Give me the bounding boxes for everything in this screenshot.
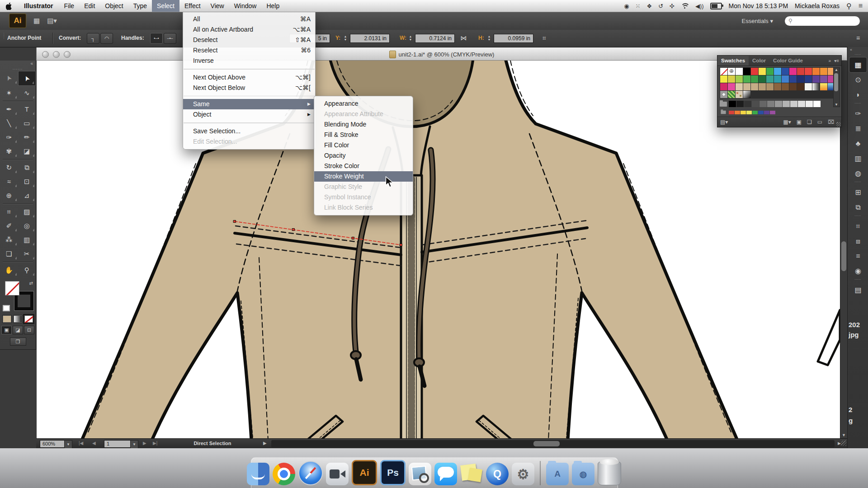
y-stepper[interactable]: ▲▼ xyxy=(343,34,348,42)
swatch[interactable] xyxy=(728,83,735,90)
hide-handles-button[interactable]: –•– xyxy=(164,33,176,44)
dock-downloads-folder[interactable]: ◍ xyxy=(572,463,594,485)
tab-swatches[interactable]: Swatches xyxy=(717,56,749,66)
tab-color[interactable]: Color xyxy=(749,56,769,66)
collapse-panel-icon[interactable]: » xyxy=(829,58,831,63)
selection-tool[interactable]: ➤ xyxy=(0,71,18,85)
rectangle-tool[interactable]: ▭ xyxy=(18,116,36,130)
direct-selection-tool[interactable]: ➤ xyxy=(18,71,36,86)
swatch[interactable] xyxy=(812,75,820,83)
swatch[interactable] xyxy=(797,75,804,83)
menu-item-stroke-color[interactable]: Stroke Color xyxy=(314,161,413,171)
dock-stickies[interactable] xyxy=(460,463,483,485)
swatch[interactable] xyxy=(766,75,774,83)
dock-preview[interactable] xyxy=(409,463,431,485)
swatch[interactable] xyxy=(759,83,766,90)
collapse-tools-icon[interactable]: « xyxy=(0,61,36,68)
battery-icon[interactable] xyxy=(710,3,722,9)
wifi-icon[interactable] xyxy=(681,3,689,9)
show-handles-button[interactable]: •–• xyxy=(150,33,163,44)
color-group-folder-icon[interactable] xyxy=(720,102,727,107)
artboard-dropdown-button[interactable]: ▼ xyxy=(130,440,138,449)
swatch[interactable] xyxy=(774,68,781,75)
menu-item-save-selection[interactable]: Save Selection... xyxy=(183,126,315,136)
gradient-tool[interactable]: ▨ xyxy=(18,205,36,219)
menubar-item-help[interactable]: Help xyxy=(261,0,284,12)
menubar-item-illustrator[interactable]: Illustrator xyxy=(18,0,59,12)
document-layout-icon[interactable]: ▤▾ xyxy=(47,17,57,25)
menu-item-blending-mode[interactable]: Blending Mode xyxy=(314,119,413,130)
menubar-user[interactable]: Mickaela Roxas xyxy=(795,2,840,9)
transform-panel-icon[interactable]: ⌗ xyxy=(849,219,867,234)
panel-resize-grip[interactable] xyxy=(836,122,841,127)
horizontal-scrollbar[interactable] xyxy=(271,440,835,447)
mesh-tool[interactable]: ⌗ xyxy=(0,205,18,219)
artboard-tool[interactable]: ❏ xyxy=(0,247,18,261)
swatch[interactable] xyxy=(736,75,743,83)
menu-item-same[interactable]: Same▶ xyxy=(183,99,315,109)
menu-item-fill-color[interactable]: Fill Color xyxy=(314,140,413,150)
screen-record-icon[interactable]: ◉ xyxy=(624,3,629,9)
swatch[interactable] xyxy=(720,83,727,90)
menubar-item-object[interactable]: Object xyxy=(100,0,128,12)
dock-quicktime[interactable]: Q xyxy=(486,463,509,485)
y-field[interactable]: 2.0131 in xyxy=(350,34,390,43)
menubar-item-view[interactable]: View xyxy=(206,0,229,12)
paintbrush-tool[interactable]: ✑ xyxy=(0,130,18,144)
time-machine-icon[interactable]: ↺ xyxy=(658,3,663,9)
color-panel-icon[interactable]: ⊙ xyxy=(849,72,867,87)
swatch[interactable] xyxy=(782,68,789,75)
default-fill-stroke-icon[interactable] xyxy=(3,305,10,311)
blend-tool[interactable]: ◎ xyxy=(18,219,36,233)
swatch[interactable] xyxy=(752,101,759,107)
dock-applications-folder[interactable]: A xyxy=(546,463,569,485)
menubar-item-edit[interactable]: Edit xyxy=(79,0,100,12)
transform-reference-icon[interactable]: ⌗ xyxy=(542,34,546,42)
next-artboard-button[interactable]: ▶ xyxy=(143,441,146,446)
swatch[interactable] xyxy=(744,101,751,107)
apple-menu-icon[interactable] xyxy=(0,2,18,10)
control-bar-grip[interactable]: ⋮⋮ xyxy=(2,33,6,38)
perspective-grid-tool[interactable]: ⊿ xyxy=(18,188,36,202)
dock-finder[interactable] xyxy=(247,463,269,485)
expand-panels-icon[interactable]: « xyxy=(848,47,868,53)
column-graph-tool[interactable]: ▥ xyxy=(18,233,36,247)
screen-mode-button[interactable]: ❐ xyxy=(10,338,26,346)
menu-item-next-object-above[interactable]: Next Object Above⌥⌘] xyxy=(183,72,315,83)
convert-to-corner-button[interactable]: ┐ xyxy=(87,33,99,44)
color-button[interactable] xyxy=(2,315,12,323)
h-field[interactable]: 0.0959 in xyxy=(494,34,533,43)
last-artboard-button[interactable]: ▶| xyxy=(153,441,157,446)
menu-item-stroke-weight[interactable]: Stroke Weight xyxy=(314,171,413,182)
swatch[interactable] xyxy=(820,75,827,83)
artboard-number-field[interactable]: 1 xyxy=(104,440,133,448)
notification-center-icon[interactable]: ≡ xyxy=(859,2,863,10)
swatch[interactable]: ⊕ xyxy=(728,68,735,75)
draw-normal-button[interactable]: ▣ xyxy=(1,326,12,334)
swatch[interactable] xyxy=(812,83,820,90)
symbols-panel-icon[interactable]: ♣ xyxy=(849,136,867,151)
artboards-panel-icon[interactable]: ≡ xyxy=(849,249,867,263)
swatch-kinds-icon[interactable]: ▦▾ xyxy=(783,119,791,125)
menubar-clock[interactable]: Mon Nov 18 5:13 PM xyxy=(729,2,788,9)
w-stepper[interactable]: ▲▼ xyxy=(408,34,413,42)
swatch[interactable] xyxy=(782,83,789,90)
w-field[interactable]: 0.7124 in xyxy=(415,34,455,43)
panel-menu-icon[interactable]: ▾≡ xyxy=(834,58,839,63)
swatch[interactable] xyxy=(805,68,812,75)
layers-panel-icon[interactable]: ▤ xyxy=(849,282,867,297)
constrain-proportions-icon[interactable]: ⋈ xyxy=(460,34,467,42)
swatch[interactable] xyxy=(783,101,790,107)
menu-item-all-on-active-artboard[interactable]: All on Active Artboard⌥⌘A xyxy=(183,24,315,35)
swatch[interactable] xyxy=(743,91,750,98)
magic-wand-tool[interactable]: ✶ xyxy=(0,86,18,100)
swatch[interactable] xyxy=(736,91,743,98)
swatch[interactable] xyxy=(798,101,805,107)
free-transform-tool[interactable]: ⊡ xyxy=(18,174,36,188)
navigator-panel-icon[interactable]: ◉ xyxy=(849,263,867,278)
dock-chrome[interactable] xyxy=(273,463,295,485)
swatch[interactable] xyxy=(812,68,820,75)
swatch[interactable] xyxy=(752,111,758,114)
swatch[interactable] xyxy=(759,68,766,75)
swatch[interactable] xyxy=(797,68,804,75)
